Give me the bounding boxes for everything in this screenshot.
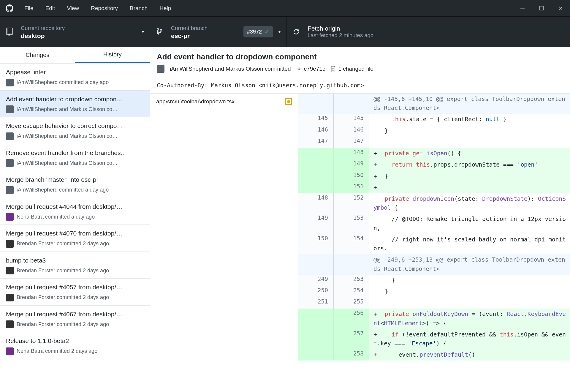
commit-item-meta: iAmWillShepherd and Markus Olsson co… [17,133,118,139]
commit-body: Co-Authored-By: Markus Olsson <niik@user… [150,77,570,94]
avatar [6,105,14,113]
avatar [6,320,14,328]
check-icon: ✓ [264,28,270,36]
commit-item[interactable]: Merge pull request #4067 from desktop/…B… [0,306,150,333]
commit-item-title: Move escape behavior to correct compo… [6,121,144,131]
diff-line: 149+ return this.props.dropdownState ===… [298,159,570,170]
fetch-button[interactable]: Fetch origin Last fetched 2 minutes ago [287,17,423,47]
diff-line: 148+ private get isOpen() { [298,148,570,159]
file-path: app\src\ui\toolbar\dropdown.tsx [156,98,235,105]
commit-header: Add event handler to dropdown component … [150,47,570,77]
chevron-down-icon: ▾ [278,29,281,34]
changed-files: 1 changed file [338,66,373,72]
fetch-label: Fetch origin [308,25,373,32]
avatar [6,213,14,221]
diff-line: 256+ private onFoldoutKeyDown = (event: … [298,309,570,329]
commit-item-meta: Neha Batra committed a day ago [17,214,95,220]
fetch-sublabel: Last fetched 2 minutes ago [308,32,373,39]
diff-line: 258+ event.preventDefault() [298,349,570,361]
diff-line: 251255 [298,297,570,309]
sidebar: Changes History Appease linteriAmWillShe… [0,47,150,392]
commit-item-meta: Neha Batra committed 2 days ago [17,348,97,354]
avatar [6,267,14,274]
repository-dropdown[interactable]: Current repository desktop ▾ [0,17,150,47]
avatar [157,65,164,73]
branch-label: Current branch [171,24,208,32]
commit-item-meta: iAmWillShepherd and Markus Olsson co… [17,160,118,166]
menu-edit[interactable]: Edit [39,5,61,12]
commit-item-meta: Brendan Forster committed 2 days ago [17,268,109,274]
commit-item[interactable]: Release to 1.1.0-beta2Neha Batra committ… [0,332,150,359]
menu-repository[interactable]: Repository [85,5,124,12]
branch-icon [156,28,166,36]
commit-item-title: Merge pull request #4057 from desktop/… [6,282,144,292]
commit-list[interactable]: Appease linteriAmWillShepherd committed … [0,64,150,392]
branch-dropdown[interactable]: Current branch esc-pr #3972 ✓ ▾ [150,17,287,47]
file-row[interactable]: app\src\ui\toolbar\dropdown.tsx [150,94,298,110]
commit-item-title: Merge branch 'master' into esc-pr [6,175,144,184]
pr-badge: #3972 ✓ [243,26,273,37]
menu-help[interactable]: Help [153,5,177,12]
commit-item[interactable]: Merge pull request #4070 from desktop/…B… [0,225,150,252]
commit-authors: iAmWillShepherd and Markus Olsson commit… [170,66,291,72]
commit-item-title: Add event handler to dropdown compon… [6,94,144,104]
file-diff-icon [330,66,336,72]
commit-item-title: Merge pull request #4067 from desktop/… [6,309,144,319]
commit-item-title: bump to beta3 [6,256,144,265]
repository-name: desktop [21,32,65,39]
diff-line: 249253 } [298,275,570,286]
avatar [6,294,14,301]
tab-changes[interactable]: Changes [0,47,75,63]
diff-line: 250254 } [298,286,570,297]
diff-line: 150154 // right now it's scaled badly on… [298,234,570,254]
sync-icon [293,28,302,35]
diff-line: 146146 } [298,125,570,137]
tab-history[interactable]: History [75,47,150,63]
chevron-down-icon: ▾ [142,29,144,34]
file-list: app\src\ui\toolbar\dropdown.tsx [150,94,298,392]
commit-item[interactable]: Merge branch 'master' into esc-priAmWill… [0,171,150,198]
commit-item-title: Merge pull request #4070 from desktop/… [6,229,144,238]
avatar [6,347,14,355]
commit-item[interactable]: Add event handler to dropdown compon…iAm… [0,91,150,118]
avatar [6,240,14,248]
commit-sha: c79e71c [304,66,325,72]
minimize-button[interactable]: ─ [513,0,532,16]
commit-item[interactable]: Merge pull request #4044 from desktop/…N… [0,198,150,225]
commit-item[interactable]: Move escape behavior to correct compo…iA… [0,117,150,144]
commit-item-meta: Brendan Forster committed 2 days ago [17,294,109,301]
commit-item-title: Release to 1.1.0-beta2 [6,336,144,346]
toolbar: Current repository desktop ▾ Current bra… [0,16,570,47]
commit-item-meta: iAmWillShepherd and Markus Olsson co… [17,106,118,113]
commit-item[interactable]: Merge pull request #4057 from desktop/…B… [0,279,150,306]
window-controls: ─ ☐ ✕ [513,0,570,16]
diff-line: @@ -249,6 +253,13 @@ export class Toolba… [298,254,570,274]
branch-name: esc-pr [171,32,208,39]
commit-item-meta: Brendan Forster committed 2 days ago [17,321,109,328]
menu-view[interactable]: View [61,5,85,12]
diff-view[interactable]: @@ -145,6 +145,10 @@ export class Toolba… [298,94,570,392]
diff-line: 151+ [298,182,570,193]
menu-branch[interactable]: Branch [124,5,153,12]
avatar [6,159,14,167]
diff-line: 257+ if (!event.defaultPrevented && this… [298,329,570,349]
commit-title: Add event handler to dropdown component [157,52,563,61]
close-button[interactable]: ✕ [551,0,570,16]
commit-item[interactable]: bump to beta3Brendan Forster committed 2… [0,252,150,279]
commit-item-title: Appease linter [6,67,144,77]
diff-line: 149153 // @TODO: Remake triangle octicon… [298,214,570,234]
commit-item-title: Remove event handler from the branches.. [6,148,144,158]
commit-detail: Add event handler to dropdown component … [150,47,570,392]
commit-item[interactable]: Remove event handler from the branches..… [0,144,150,171]
commit-item-meta: iAmWillShepherd committed a day ago [17,79,109,86]
commit-item-title: Merge pull request #4044 from desktop/… [6,202,144,211]
file-status-modified-icon [285,98,292,105]
avatar [6,79,14,86]
maximize-button[interactable]: ☐ [532,0,551,16]
repository-label: Current repository [21,24,65,32]
diff-line: 147147 [298,137,570,148]
commit-item[interactable]: Appease linteriAmWillShepherd committed … [0,64,150,91]
diff-line: 148152 private dropdownIcon(state: Dropd… [298,193,570,214]
menu-file[interactable]: File [18,5,39,12]
repository-icon [6,28,15,36]
